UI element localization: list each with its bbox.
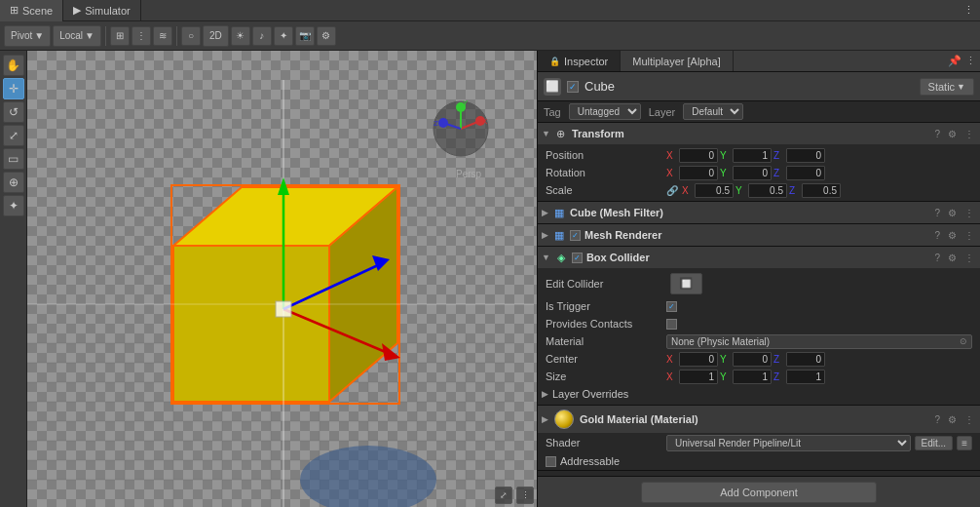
- static-button[interactable]: Static ▼: [920, 78, 974, 96]
- center-z-input[interactable]: [786, 352, 825, 367]
- rot-z-input[interactable]: [786, 166, 825, 180]
- custom-tool[interactable]: ✦: [3, 195, 24, 216]
- transform-icon: ⊕: [554, 127, 568, 140]
- scene-tab-label: Scene: [22, 5, 53, 17]
- pos-z-label: Z: [773, 150, 785, 161]
- size-x-input[interactable]: [679, 370, 718, 384]
- size-y-input[interactable]: [733, 370, 772, 384]
- layer-select[interactable]: Default: [683, 103, 743, 120]
- tag-select[interactable]: Untagged: [569, 103, 641, 120]
- scene-camera-icon[interactable]: 📷: [295, 26, 315, 46]
- size-row: Size X Y Z: [538, 368, 980, 385]
- tab-simulator[interactable]: ▶ Simulator: [63, 0, 140, 21]
- mesh-renderer-header[interactable]: ▦ Mesh Renderer ? ⚙ ⋮: [538, 224, 980, 246]
- pos-y-input[interactable]: [733, 148, 772, 163]
- pos-z-input[interactable]: [786, 148, 825, 163]
- shader-row: Shader Universal Render Pipeline/Lit Edi…: [538, 433, 980, 452]
- gizmos-icon[interactable]: ⚙: [317, 26, 336, 46]
- rotation-row: Rotation X Y Z: [538, 164, 980, 181]
- layer-overrides-row[interactable]: ▶ Layer Overrides: [538, 385, 980, 403]
- transform-help-icon[interactable]: ?: [932, 129, 942, 139]
- transform-settings-icon[interactable]: ⚙: [946, 129, 959, 139]
- grid-icon[interactable]: ⊞: [110, 26, 130, 46]
- shader-more-button[interactable]: ≡: [957, 436, 972, 450]
- box-collider-checkbox[interactable]: [572, 253, 583, 263]
- mesh-renderer-settings-icon[interactable]: ⚙: [946, 230, 959, 241]
- tab-more[interactable]: ⋮: [958, 4, 980, 17]
- terrain-icon[interactable]: ≋: [153, 26, 172, 46]
- inspector-more-icon[interactable]: ⋮: [965, 55, 976, 67]
- layer-label: Layer: [649, 106, 676, 118]
- center-y-input[interactable]: [733, 352, 772, 367]
- scale-x-input[interactable]: [695, 183, 734, 198]
- box-collider-help-icon[interactable]: ?: [932, 253, 942, 263]
- center-x-input[interactable]: [679, 352, 718, 367]
- inspector-pin-icon[interactable]: 📌: [948, 55, 961, 67]
- snap-icon[interactable]: ⋮: [132, 26, 151, 46]
- gold-menu-icon[interactable]: ⋮: [962, 414, 976, 425]
- add-component-button[interactable]: Add Component: [641, 482, 877, 503]
- fx-icon[interactable]: ✦: [274, 26, 293, 46]
- gold-settings-icon[interactable]: ⚙: [946, 414, 959, 425]
- rot-x-input[interactable]: [679, 166, 718, 180]
- scene-expand-btn[interactable]: ⤢: [495, 487, 512, 504]
- shader-more-icon: ≡: [961, 438, 967, 448]
- mesh-filter-header[interactable]: ▦ Cube (Mesh Filter) ? ⚙ ⋮: [538, 202, 980, 223]
- tab-scene[interactable]: ⊞ Scene: [0, 0, 63, 21]
- lighting-icon[interactable]: ☀: [231, 26, 250, 46]
- addressable-checkbox[interactable]: [546, 456, 556, 467]
- center-x-label: X: [666, 354, 678, 365]
- hand-tool[interactable]: ✋: [3, 55, 24, 76]
- mesh-renderer-checkbox[interactable]: [570, 230, 581, 241]
- transform-menu-icon[interactable]: ⋮: [962, 129, 976, 139]
- pivot-button[interactable]: Pivot ▼: [4, 25, 51, 47]
- tab-multiplayer[interactable]: Multiplayer [Alpha]: [621, 51, 734, 71]
- 2d-button[interactable]: 2D: [203, 25, 229, 47]
- circle-tool[interactable]: ○: [181, 26, 201, 46]
- local-button[interactable]: Local ▼: [53, 25, 101, 47]
- gold-help-icon[interactable]: ?: [932, 414, 942, 425]
- material-select-icon[interactable]: ⊙: [960, 336, 967, 346]
- edit-collider-button[interactable]: 🔲: [670, 273, 702, 294]
- rot-y-input[interactable]: [733, 166, 772, 180]
- inspector-scroll[interactable]: ⊕ Transform ? ⚙ ⋮ Position X: [538, 123, 980, 476]
- gold-arrow: [542, 414, 548, 424]
- mesh-filter-menu-icon[interactable]: ⋮: [962, 208, 976, 218]
- mesh-filter-settings-icon[interactable]: ⚙: [946, 208, 959, 218]
- transform-tool[interactable]: ⊕: [3, 172, 24, 193]
- scene-menu-btn[interactable]: ⋮: [516, 487, 534, 504]
- mesh-renderer-icon: ▦: [552, 228, 566, 242]
- scale-y-input[interactable]: [748, 183, 787, 198]
- provides-contacts-checkbox[interactable]: [666, 319, 677, 330]
- transform-title: Transform: [572, 128, 929, 139]
- svg-marker-16: [173, 246, 329, 402]
- scene-view[interactable]: X Y Z Persp ⤢ ⋮: [27, 51, 537, 507]
- audio-icon[interactable]: ♪: [252, 26, 272, 46]
- is-trigger-checkbox[interactable]: [666, 301, 677, 312]
- rotate-tool[interactable]: ↺: [3, 101, 24, 123]
- tab-inspector[interactable]: 🔒 Inspector: [538, 51, 621, 71]
- move-tool[interactable]: ✛: [3, 78, 24, 99]
- shader-edit-button[interactable]: Edit...: [915, 436, 954, 450]
- size-values: X Y Z: [666, 370, 972, 384]
- box-collider-menu-icon[interactable]: ⋮: [962, 253, 976, 263]
- transform-header[interactable]: ⊕ Transform ? ⚙ ⋮: [538, 123, 980, 144]
- svg-point-29: [300, 446, 436, 507]
- shader-select[interactable]: Universal Render Pipeline/Lit: [666, 435, 911, 451]
- mesh-renderer-menu-icon[interactable]: ⋮: [962, 230, 976, 241]
- box-collider-settings-icon[interactable]: ⚙: [946, 253, 959, 263]
- mesh-filter-help-icon[interactable]: ?: [932, 208, 942, 218]
- object-active-checkbox[interactable]: [567, 81, 579, 93]
- mesh-renderer-help-icon[interactable]: ?: [932, 230, 942, 241]
- box-collider-header[interactable]: ◈ Box Collider ? ⚙ ⋮: [538, 247, 980, 268]
- size-z-input[interactable]: [786, 370, 825, 384]
- rot-z-label: Z: [773, 168, 785, 178]
- position-label: Position: [546, 149, 662, 161]
- addressable-row: Addressable: [538, 452, 980, 470]
- gold-material-sphere: [554, 410, 574, 429]
- pos-x-input[interactable]: [679, 148, 718, 163]
- rect-tool[interactable]: ▭: [3, 148, 24, 170]
- scale-tool[interactable]: ⤢: [3, 125, 24, 146]
- inspector-lock-icon: 🔒: [549, 57, 560, 66]
- scale-z-input[interactable]: [802, 183, 841, 198]
